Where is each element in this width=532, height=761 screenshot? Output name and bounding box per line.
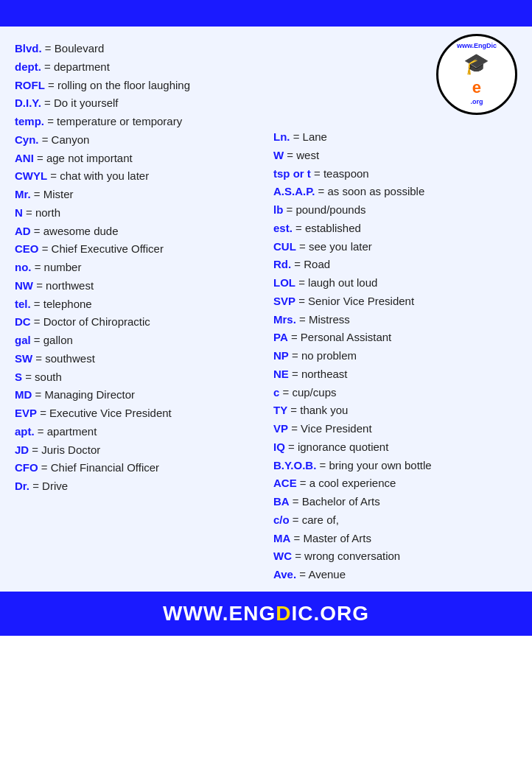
footer: WWW.ENGDIC.ORG (0, 592, 532, 636)
abbr-equals: = Road (291, 258, 330, 270)
abbr-equals: = Drive (29, 480, 68, 492)
abbr-equals: = bring your own bottle (316, 459, 431, 471)
abbr-key: dept. (15, 60, 41, 73)
list-item: Mr. = Mister (15, 186, 259, 204)
list-item: N = north (15, 204, 259, 222)
abbr-equals: = Avenue (296, 568, 346, 581)
list-item: W = west (273, 147, 517, 165)
list-item: NP = no problem (273, 347, 517, 365)
list-item: TY = thank you (273, 401, 517, 420)
abbr-equals: = a cool experience (297, 477, 396, 489)
abbr-key: DC (15, 315, 31, 328)
abbr-equals: = Managing Director (32, 388, 135, 401)
abbr-equals: = established (293, 222, 361, 234)
abbr-equals: = Juris Doctor (29, 443, 100, 456)
abbr-key: B.Y.O.B. (273, 459, 316, 471)
abbr-key: Blvd. (15, 42, 42, 55)
left-column: Blvd. = Boulevarddept. = departmentROFL … (15, 40, 266, 584)
list-item: Ln. = Lane (273, 128, 517, 147)
abbr-key: LOL (273, 276, 295, 289)
abbr-key: MA (273, 532, 290, 544)
list-item: c = cup/cups (273, 384, 517, 402)
abbr-equals: = Executive Vice President (37, 407, 172, 419)
footer-dic: D (276, 602, 291, 625)
abbr-key: NE (273, 368, 289, 380)
right-column: Ln. = LaneW = westtsp or t = teaspoonA.S… (266, 40, 517, 584)
list-item: temp. = temperature or temporary (15, 113, 259, 131)
abbr-equals: = teaspoon (311, 167, 369, 180)
list-item: B.Y.O.B. = bring your own bottle (273, 457, 517, 475)
list-item: Mrs. = Mistress (273, 311, 517, 329)
list-item: AD = awesome dude (15, 222, 259, 241)
list-item: NE = northeast (273, 365, 517, 384)
watermark-badge: www.EngDic 🎓 e .org (436, 34, 517, 115)
list-item: WC = wrong conversation (273, 547, 517, 566)
abbr-key: tsp or t (273, 167, 311, 180)
list-item: JD = Juris Doctor (15, 441, 259, 460)
abbr-equals: = Mistress (296, 313, 350, 326)
abbr-key: A.S.A.P. (273, 185, 315, 197)
list-item: gal = gallon (15, 332, 259, 350)
list-item: apt. = apartment (15, 423, 259, 441)
abbr-key: NP (273, 349, 289, 362)
abbr-key: est. (273, 222, 293, 234)
abbr-equals: = Master of Arts (290, 532, 371, 544)
list-item: lb = pound/pounds (273, 201, 517, 220)
abbr-key: c/o (273, 513, 290, 526)
abbr-equals: = Canyon (39, 133, 90, 146)
list-item: S = south (15, 368, 259, 387)
abbr-key: AD (15, 225, 31, 237)
abbr-key: no. (15, 261, 32, 273)
abbr-key: CWYL (15, 169, 47, 182)
list-item: CEO = Chief Executive Officer (15, 240, 259, 259)
abbr-key: CUL (273, 240, 296, 253)
list-item: VP = Vice President (273, 420, 517, 438)
abbr-key: N (15, 206, 23, 219)
abbr-key: apt. (15, 425, 35, 438)
abbr-key: lb (273, 203, 283, 216)
list-item: est. = established (273, 220, 517, 238)
abbr-key: D.I.Y. (15, 97, 41, 109)
abbr-equals: = gallon (31, 334, 73, 346)
list-item: BA = Bachelor of Arts (273, 493, 517, 511)
abbr-equals: = cup/cups (279, 386, 336, 399)
list-item: tel. = telephone (15, 295, 259, 314)
abbr-equals: = rolling on the floor laughing (45, 79, 190, 91)
abbr-equals: = apartment (35, 425, 97, 438)
abbr-key: ACE (273, 477, 297, 489)
abbr-equals: = telephone (31, 298, 92, 310)
footer-text: WWW.ENGDIC.ORG (163, 602, 369, 625)
list-item: PA = Personal Assistant (273, 329, 517, 347)
abbr-equals: = Bachelor of Arts (290, 495, 380, 508)
list-item: SVP = Senior Vice President (273, 292, 517, 311)
abbr-key: CFO (15, 461, 38, 474)
abbr-equals: = care of, (290, 513, 339, 526)
abbr-key: CEO (15, 242, 39, 255)
abbr-key: MD (15, 388, 32, 401)
abbr-key: temp. (15, 115, 44, 127)
list-item: NW = northwest (15, 277, 259, 295)
header (0, 0, 532, 27)
abbr-key: ROFL (15, 79, 45, 91)
abbr-equals: = awesome dude (31, 225, 119, 237)
abbr-key: PA (273, 331, 288, 343)
list-item: c/o = care of, (273, 511, 517, 530)
abbr-equals: = Vice President (288, 422, 372, 435)
list-item: tsp or t = teaspoon (273, 165, 517, 183)
abbr-equals: = Doctor of Chiropractic (31, 315, 150, 328)
abbr-equals: = age not important (34, 152, 133, 164)
abbr-key: Cyn. (15, 133, 39, 146)
list-item: MA = Master of Arts (273, 530, 517, 548)
abbr-key: VP (273, 422, 288, 435)
list-item: DC = Doctor of Chiropractic (15, 313, 259, 332)
abbr-key: SW (15, 352, 32, 365)
abbr-key: TY (273, 404, 287, 416)
abbr-equals: = Mister (31, 188, 74, 200)
list-item: A.S.A.P. = as soon as possible (273, 183, 517, 201)
abbr-key: Ave. (273, 568, 296, 581)
list-item: Rd. = Road (273, 256, 517, 274)
abbr-equals: = Personal Assistant (288, 331, 392, 343)
abbr-equals: = northeast (289, 368, 348, 380)
list-item: EVP = Executive Vice President (15, 404, 259, 423)
columns-container: Blvd. = Boulevarddept. = departmentROFL … (15, 40, 517, 584)
